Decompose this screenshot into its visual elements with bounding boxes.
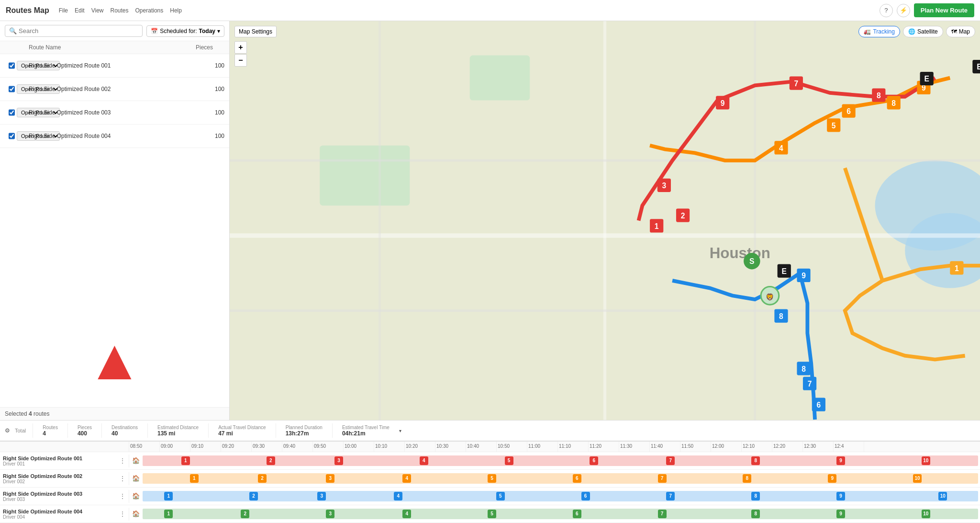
- route-checkbox[interactable]: [9, 109, 15, 116]
- timeline-tick: 12:30: [803, 442, 834, 452]
- timeline-dots-button[interactable]: ⋮: [119, 492, 126, 500]
- menu-operations[interactable]: Operations: [135, 7, 164, 14]
- timeline-dots-button[interactable]: ⋮: [119, 457, 126, 465]
- left-toolbar: 🔍 📅 Scheduled for: Today ▾: [0, 21, 229, 41]
- timeline-bar-area: 🏠12345678910: [129, 470, 980, 488]
- route-name: Right Side Optimized Route 001: [29, 62, 196, 69]
- svg-text:E: E: [977, 63, 980, 71]
- svg-text:S: S: [749, 257, 754, 265]
- stop-badge: 2: [267, 456, 275, 465]
- home-icon: 🏠: [132, 510, 140, 517]
- stop-badge: 1: [181, 456, 190, 465]
- map-top-right-controls: 🚛 Tracking 🌐 Satellite 🗺 Map: [858, 26, 975, 37]
- planned-duration-value: 13h:27m: [286, 430, 323, 437]
- satellite-label: Satellite: [917, 28, 938, 35]
- schedule-button[interactable]: 📅 Scheduled for: Today ▾: [146, 25, 224, 37]
- timeline-route-label: Right Side Optimized Route 003 Driver 00…: [0, 490, 129, 503]
- stop-badge: 3: [326, 510, 334, 518]
- route-checkbox[interactable]: [9, 62, 15, 69]
- top-right-buttons: ? ⚡ Plan New Route: [880, 3, 974, 17]
- menu-file[interactable]: File: [59, 7, 68, 14]
- routes-value: 4: [43, 430, 58, 437]
- stop-badge: 7: [666, 456, 675, 465]
- zoom-in-button[interactable]: +: [234, 41, 247, 54]
- planned-duration-stat: Planned Duration 13h:27m: [286, 425, 323, 437]
- satellite-button[interactable]: 🌐 Satellite: [903, 26, 943, 37]
- timeline-dots-button[interactable]: ⋮: [119, 510, 126, 518]
- timeline-tick: 09:10: [190, 442, 221, 452]
- stop-badge: 9: [836, 510, 845, 518]
- svg-rect-4: [470, 56, 530, 101]
- route-checkbox[interactable]: [9, 132, 15, 140]
- timeline-tick: 10:10: [374, 442, 405, 452]
- timeline-bar-area: 🏠12345678910: [129, 488, 980, 505]
- search-input[interactable]: [19, 27, 138, 34]
- map-view-button[interactable]: 🗺 Map: [946, 26, 975, 37]
- stop-badge: 2: [249, 492, 258, 500]
- tracking-icon: 🚛: [864, 28, 871, 35]
- timeline-dots-button[interactable]: ⋮: [119, 475, 126, 482]
- selected-count: 4: [29, 410, 32, 417]
- stop-badge: 1: [190, 474, 199, 483]
- svg-text:1: 1: [955, 264, 959, 273]
- menu-routes[interactable]: Routes: [111, 7, 129, 14]
- svg-text:🦁: 🦁: [766, 293, 774, 301]
- timeline-row: Right Side Optimized Route 001 Driver 00…: [0, 452, 980, 470]
- stop-badge: 4: [394, 492, 402, 500]
- home-icon: 🏠: [132, 475, 140, 482]
- zoom-out-button[interactable]: −: [234, 54, 247, 67]
- svg-text:8: 8: [779, 312, 783, 320]
- tracking-button[interactable]: 🚛 Tracking: [858, 26, 900, 37]
- svg-text:6: 6: [817, 401, 821, 409]
- tl-label-text: Right Side Optimized Route 001 Driver 00…: [3, 455, 82, 466]
- bottom-status-bar: ⚙ Total Routes 4 Pieces 400 Destinations…: [0, 420, 980, 441]
- plan-route-button[interactable]: Plan New Route: [914, 3, 974, 17]
- stop-badge: 4: [420, 456, 428, 465]
- row-left: Open Route: [5, 80, 29, 98]
- timeline-ticks: 08:5009:0009:1009:2009:3009:4009:5010:00…: [129, 442, 980, 452]
- route-row: Open Route Right Side Optimized Route 00…: [0, 101, 229, 125]
- schedule-value: Today: [199, 28, 215, 34]
- svg-text:E: E: [924, 75, 929, 83]
- selected-suffix: routes: [33, 410, 49, 417]
- lightning-button[interactable]: ⚡: [897, 4, 910, 17]
- home-icon: 🏠: [132, 457, 140, 464]
- svg-text:E: E: [782, 267, 787, 275]
- route-checkbox[interactable]: [9, 85, 15, 93]
- search-box[interactable]: 🔍: [5, 25, 143, 37]
- timeline-tick: 09:30: [252, 442, 282, 452]
- timeline-tick: 11:00: [527, 442, 558, 452]
- stop-badge: 10: [938, 492, 947, 500]
- timeline-bar-area: 🏠12345678910: [129, 452, 980, 470]
- stop-badge: 7: [658, 510, 667, 518]
- timeline-tick: 08:50: [129, 442, 160, 452]
- destinations-label: Destinations: [111, 425, 138, 430]
- map-toolbar: Map Settings + −: [234, 26, 277, 67]
- stop-badge: 5: [488, 510, 496, 518]
- stop-badge: 8: [743, 474, 751, 483]
- pieces-value: 400: [78, 430, 92, 437]
- est-travel-label: Estimated Travel Time: [342, 425, 390, 430]
- route-name: Right Side Optimized Route 002: [29, 86, 196, 92]
- timeline-tick: 11:40: [650, 442, 680, 452]
- tl-label-text: Right Side Optimized Route 004 Driver 00…: [3, 509, 82, 520]
- menu-view[interactable]: View: [91, 7, 104, 14]
- map-icon: 🗺: [951, 28, 957, 35]
- svg-text:6: 6: [846, 107, 851, 115]
- stop-badge: 6: [581, 492, 590, 500]
- col-header-empty: [5, 44, 29, 51]
- up-arrow-icon: ▲: [86, 330, 143, 388]
- menu-edit[interactable]: Edit: [75, 7, 85, 14]
- tracking-label: Tracking: [873, 28, 895, 35]
- help-button[interactable]: ?: [880, 4, 893, 17]
- pieces-value: 100: [196, 86, 224, 92]
- svg-text:3: 3: [662, 182, 667, 190]
- chevron-down-icon: ▾: [217, 28, 220, 34]
- chevron-down-icon[interactable]: ▾: [399, 428, 401, 433]
- menu-help[interactable]: Help: [170, 7, 182, 14]
- timeline-tick: 12:20: [772, 442, 803, 452]
- tl-label-text: Right Side Optimized Route 002 Driver 00…: [3, 473, 82, 484]
- gear-icon[interactable]: ⚙: [5, 427, 10, 434]
- route-row: Open Route Right Side Optimized Route 00…: [0, 78, 229, 101]
- map-settings-button[interactable]: Map Settings: [234, 26, 277, 37]
